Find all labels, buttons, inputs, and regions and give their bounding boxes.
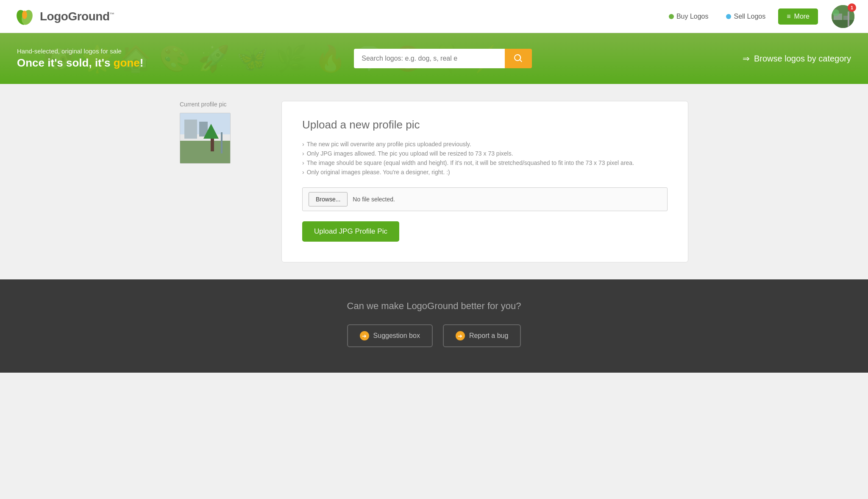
search-icon: [513, 53, 523, 64]
profile-pic-box: [180, 113, 231, 164]
upload-title: Upload a new profile pic: [302, 118, 668, 131]
search-input[interactable]: [354, 49, 505, 68]
sell-logos-link[interactable]: Sell Logos: [721, 10, 771, 23]
file-input-row: Browse... No file selected.: [302, 187, 668, 211]
logo-area: LogoGround™: [14, 6, 664, 28]
info-item-2: Only JPG images allowed. The pic you upl…: [302, 150, 668, 157]
browse-category-link[interactable]: ⇒ Browse logos by category: [743, 53, 851, 64]
nav-links: Buy Logos Sell Logos ≡ More: [664, 5, 854, 28]
upload-jpg-button[interactable]: Upload JPG Profile Pic: [302, 221, 399, 242]
footer-buttons: ➜ Suggestion box ➜ Report a bug: [0, 324, 868, 347]
notification-badge: 1: [848, 3, 856, 12]
footer-question: Can we make LogoGround better for you?: [0, 301, 868, 312]
main-content: Current profile pic Upload a new profile…: [0, 84, 868, 279]
sidebar: Current profile pic: [180, 101, 264, 262]
buy-logos-link[interactable]: Buy Logos: [664, 10, 714, 23]
info-item-1: The new pic will overwrite any profile p…: [302, 141, 668, 148]
footer: Can we make LogoGround better for you? ➜…: [0, 279, 868, 373]
site-name: LogoGround™: [40, 10, 114, 23]
no-file-text: No file selected.: [353, 196, 395, 203]
upload-panel: Upload a new profile pic The new pic wil…: [281, 101, 688, 262]
upload-info-list: The new pic will overwrite any profile p…: [302, 141, 668, 176]
sell-dot-icon: [726, 14, 731, 19]
hero-section: 🐶 🌟 🏠 🎨 🚀 🦋 🌿 🔥 💎 🎯 🍀 ⚡ Hand-selected, o…: [0, 33, 868, 84]
info-item-4: Only original images please. You're a de…: [302, 169, 668, 176]
buy-dot-icon: [669, 14, 674, 19]
current-pic-label: Current profile pic: [180, 101, 264, 108]
more-button[interactable]: ≡ More: [778, 8, 818, 25]
search-area: [354, 49, 532, 68]
hero-tagline: Hand-selected, original logos for sale: [17, 47, 143, 55]
svg-rect-6: [832, 20, 854, 28]
info-item-3: The image should be square (equal width …: [302, 159, 668, 166]
hero-text: Hand-selected, original logos for sale O…: [17, 47, 143, 70]
svg-rect-7: [848, 11, 849, 28]
bug-arrow-icon: ➜: [456, 331, 465, 340]
suggestion-arrow-icon: ➜: [360, 331, 369, 340]
browse-button[interactable]: Browse...: [309, 192, 348, 206]
avatar-wrapper: 1: [832, 5, 854, 28]
suggestion-box-button[interactable]: ➜ Suggestion box: [347, 324, 433, 347]
hero-headline: Once it's sold, it's gone!: [17, 56, 143, 70]
arrow-right-icon: ⇒: [743, 53, 750, 64]
svg-point-8: [832, 9, 839, 16]
profile-pic-image: [180, 113, 231, 164]
hamburger-icon: ≡: [787, 13, 790, 20]
svg-point-2: [22, 11, 27, 19]
navbar: LogoGround™ Buy Logos Sell Logos ≡ More: [0, 0, 868, 33]
search-button[interactable]: [505, 49, 532, 68]
report-bug-button[interactable]: ➜ Report a bug: [443, 324, 521, 347]
logo-icon: [14, 6, 36, 28]
